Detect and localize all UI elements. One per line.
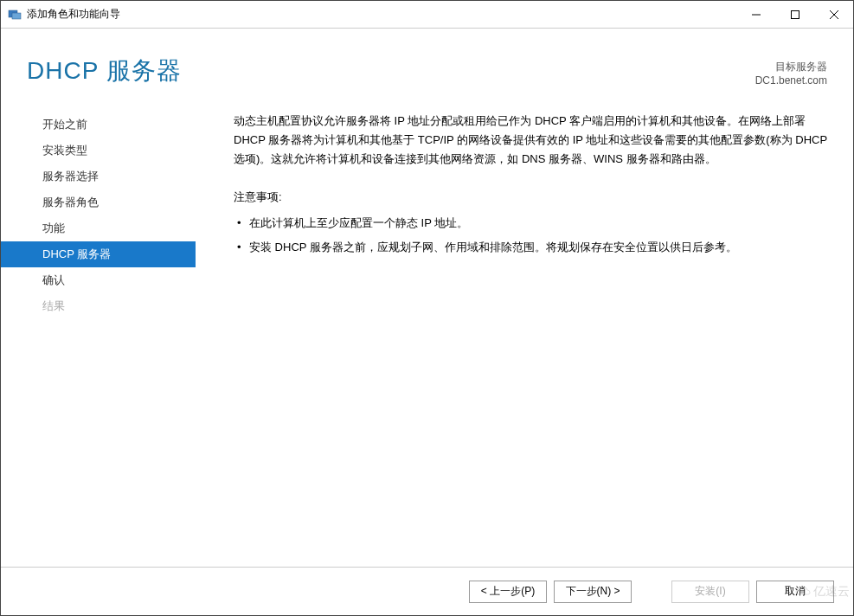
next-button[interactable]: 下一步(N) > [554,581,632,603]
footer-bar: < 上一步(P) 下一步(N) > 安装(I) 取消 [1,567,853,615]
nav-item-results: 结果 [1,293,196,319]
content-pane: 动态主机配置协议允许服务器将 IP 地址分配或租用给已作为 DHCP 客户端启用… [196,110,853,567]
nav-item-server-selection[interactable]: 服务器选择 [1,164,196,189]
window-title: 添加角色和功能向导 [27,7,736,22]
target-server-name: DC1.benet.com [755,74,827,87]
nav-item-features[interactable]: 功能 [1,215,196,241]
svg-rect-3 [791,10,799,18]
notes-heading: 注意事项: [234,188,827,207]
cancel-button[interactable]: 取消 [756,581,834,603]
description-text: 动态主机配置协议允许服务器将 IP 地址分配或租用给已作为 DHCP 客户端启用… [234,112,827,169]
nav-item-confirmation[interactable]: 确认 [1,267,196,293]
nav-item-before-you-begin[interactable]: 开始之前 [1,112,196,138]
nav-item-dhcp-server[interactable]: DHCP 服务器 [1,241,196,267]
nav-sidebar: 开始之前 安装类型 服务器选择 服务器角色 功能 DHCP 服务器 确认 结果 [1,110,196,567]
minimize-button[interactable] [736,1,775,28]
target-server-info: 目标服务器 DC1.benet.com [755,60,827,87]
note-item: 在此计算机上至少应配置一个静态 IP 地址。 [235,214,827,233]
close-button[interactable] [814,1,853,28]
previous-button[interactable]: < 上一步(P) [469,581,547,603]
maximize-button[interactable] [775,1,814,28]
notes-list: 在此计算机上至少应配置一个静态 IP 地址。 安装 DHCP 服务器之前，应规划… [234,214,827,257]
wizard-window: 添加角色和功能向导 DHCP 服务器 目标服务器 DC1.benet.com 开… [0,0,854,616]
window-controls [736,1,853,28]
header-area: DHCP 服务器 目标服务器 DC1.benet.com [1,29,853,87]
page-title: DHCP 服务器 [27,55,182,87]
nav-item-installation-type[interactable]: 安装类型 [1,138,196,164]
app-icon [8,8,22,22]
nav-item-server-roles[interactable]: 服务器角色 [1,189,196,215]
svg-rect-1 [12,13,21,19]
install-button: 安装(I) [671,581,749,603]
target-label: 目标服务器 [755,60,827,74]
note-item: 安装 DHCP 服务器之前，应规划子网、作用域和排除范围。将规划保存在安全位置以… [235,238,827,257]
main-area: 开始之前 安装类型 服务器选择 服务器角色 功能 DHCP 服务器 确认 结果 … [1,87,853,567]
titlebar: 添加角色和功能向导 [1,1,853,29]
